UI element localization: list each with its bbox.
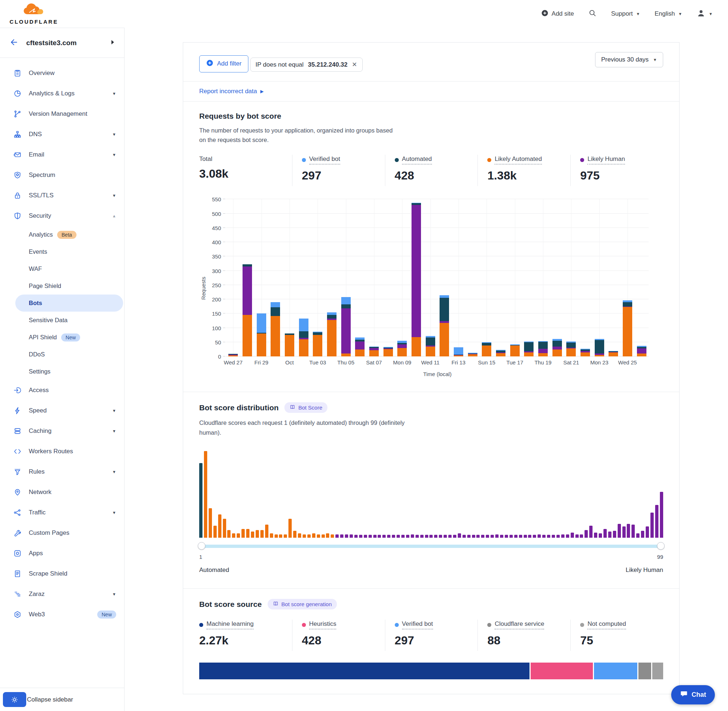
add-filter-button[interactable]: Add filter [199, 55, 248, 72]
sidebar-subitem-page-shield[interactable]: Page Shield [0, 277, 124, 295]
slider-handle-min[interactable] [198, 542, 205, 550]
sidebar-subitem-bots[interactable]: Bots [15, 295, 123, 312]
sidebar-item-web3[interactable]: Web3New [0, 604, 124, 625]
sidebar-item-analytics-logs[interactable]: Analytics & Logs▼ [0, 83, 124, 104]
sidebar-item-version-management[interactable]: Version Management [0, 104, 124, 124]
sidebar-subitem-settings[interactable]: Settings [0, 363, 124, 380]
filter-chip[interactable]: IP does not equal 35.212.240.32 ✕ [250, 58, 363, 72]
back-arrow-icon[interactable] [9, 38, 18, 48]
sidebar-item-dns[interactable]: DNS▼ [0, 124, 124, 145]
chevron-down-icon[interactable]: ▼ [112, 592, 116, 596]
sidebar-subitem-sensitive-data[interactable]: Sensitive Data [0, 312, 124, 329]
sidebar-item-spectrum[interactable]: Spectrum [0, 165, 124, 185]
chevron-down-icon[interactable]: ▼ [112, 132, 116, 137]
bar-30 [637, 346, 647, 356]
source-stat-label-row: Cloudflare service [487, 620, 570, 630]
sidebar-item-zaraz[interactable]: Zaraz▼ [0, 584, 124, 604]
sidebar-subitem-analytics[interactable]: AnalyticsBeta [0, 226, 124, 243]
bar-segment-likely-human [538, 349, 548, 353]
chevron-down-icon[interactable]: ▼ [112, 91, 116, 96]
histogram-bar-score-42 [392, 535, 395, 538]
sidebar: cftestsite3.com OverviewAnalytics & Logs… [0, 28, 124, 711]
sidebar-item-ssl-tls[interactable]: SSL/TLS▼ [0, 185, 124, 206]
sidebar-subitem-events[interactable]: Events [0, 243, 124, 260]
histogram-bar-score-91 [622, 527, 626, 538]
requests-stat-value: 975 [580, 169, 663, 182]
collapse-sidebar-label[interactable]: Collapse sidebar [27, 696, 73, 704]
support-menu[interactable]: Support ▼ [611, 10, 640, 18]
requests-stat-label[interactable]: Automated [402, 155, 432, 165]
chat-button[interactable]: Chat [671, 685, 715, 704]
chevron-down-icon[interactable]: ▼ [112, 470, 116, 474]
bar-segment-automated [595, 340, 604, 354]
sidebar-item-scrape-shield[interactable]: Scrape Shield [0, 563, 124, 584]
sidebar-item-speed[interactable]: Speed▼ [0, 400, 124, 421]
bot-score-generation-badge[interactable]: Bot score generation [268, 599, 337, 609]
slider-handle-max[interactable] [657, 542, 665, 550]
source-stat-label[interactable]: Machine learning [207, 620, 254, 630]
sidebar-item-access[interactable]: Access [0, 380, 124, 400]
chevron-up-icon[interactable]: ▲ [112, 214, 116, 218]
sidebar-gear-button[interactable] [3, 692, 26, 707]
sidebar-item-workers-routes[interactable]: Workers Routes [0, 441, 124, 462]
requests-stat-label[interactable]: Likely Human [588, 155, 625, 165]
x-tick-label: Thu 19 [535, 359, 552, 366]
source-stat-label[interactable]: Verified bot [402, 620, 433, 630]
report-incorrect-data-link[interactable]: Report incorrect data ▶ [199, 88, 264, 95]
bar-segment-verified-bot [454, 347, 463, 355]
bar-segment-likely-human [412, 205, 421, 337]
x-tick-label: Fri 29 [254, 359, 268, 366]
scrape-shield-icon [13, 569, 22, 578]
requests-stat-label[interactable]: Verified bot [309, 155, 340, 165]
language-menu[interactable]: English ▼ [654, 10, 682, 18]
chevron-right-icon[interactable] [111, 40, 115, 46]
search-icon[interactable] [589, 9, 597, 19]
legend-dot [580, 158, 584, 162]
chevron-down-icon[interactable]: ▼ [112, 510, 116, 515]
x-tick-label: Fri 13 [452, 359, 465, 366]
sidebar-item-custom-pages[interactable]: Custom Pages [0, 523, 124, 543]
overview-icon [13, 69, 22, 78]
requests-stat-label[interactable]: Likely Automated [495, 155, 542, 165]
remove-filter-icon[interactable]: ✕ [352, 61, 357, 68]
gridline-vertical [543, 199, 543, 356]
axis-tick [223, 256, 226, 256]
sidebar-item-traffic[interactable]: Traffic▼ [0, 502, 124, 523]
sidebar-subitem-api-shield[interactable]: API ShieldNew [0, 329, 124, 346]
chevron-down-icon[interactable]: ▼ [112, 193, 116, 198]
axis-tick [223, 270, 226, 271]
y-tick-label: 500 [205, 210, 221, 217]
badge-new: New [97, 611, 116, 618]
date-range-button[interactable]: Previous 30 days ▼ [595, 52, 663, 67]
sidebar-item-email[interactable]: Email▼ [0, 145, 124, 165]
source-stat-label[interactable]: Not computed [588, 620, 626, 630]
add-site-button[interactable]: Add site [541, 9, 574, 19]
account-menu[interactable]: ▼ [697, 9, 713, 19]
sidebar-item-caching[interactable]: Caching▼ [0, 421, 124, 441]
histogram-bar-score-38 [373, 535, 377, 538]
sidebar-item-security[interactable]: Security▲ [0, 206, 124, 226]
top-header: CLOUDFLARE Add site Support ▼ English ▼ [0, 0, 728, 28]
sidebar-item-overview[interactable]: Overview [0, 63, 124, 83]
histogram-bar-score-80 [571, 533, 574, 538]
gridline-vertical [233, 199, 233, 356]
chevron-down-icon[interactable]: ▼ [112, 409, 116, 413]
histogram-bar-score-41 [387, 535, 390, 538]
chevron-down-icon[interactable]: ▼ [112, 152, 116, 157]
source-stat-label[interactable]: Cloudflare service [495, 620, 544, 630]
y-tick-label: 550 [205, 196, 221, 202]
sidebar-subitem-waf[interactable]: WAF [0, 260, 124, 277]
bot-score-badge[interactable]: Bot Score [284, 402, 328, 413]
version-management-icon [13, 109, 22, 118]
bar-segment-verified-bot [341, 297, 351, 304]
sidebar-item-network[interactable]: Network [0, 482, 124, 502]
apps-icon [13, 549, 22, 558]
sidebar-item-rules[interactable]: Rules▼ [0, 462, 124, 482]
sidebar-subitem-ddos[interactable]: DDoS [0, 346, 124, 363]
source-stat-label[interactable]: Heuristics [309, 620, 337, 630]
sidebar-item-label: Zaraz [29, 590, 112, 598]
chevron-down-icon[interactable]: ▼ [112, 429, 116, 433]
cloudflare-logo[interactable]: CLOUDFLARE [7, 3, 61, 25]
y-tick-label: 300 [205, 268, 221, 274]
sidebar-item-apps[interactable]: Apps [0, 543, 124, 563]
